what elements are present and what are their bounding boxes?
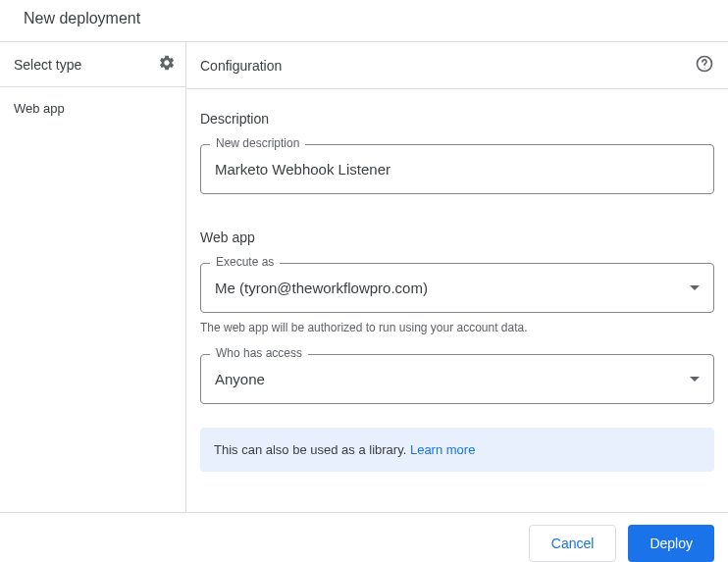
access-select[interactable]: Anyone — [200, 354, 714, 404]
execute-as-field: Execute as Me (tyron@theworkflowpro.com) — [200, 263, 714, 313]
execute-as-label: Execute as — [210, 255, 280, 269]
info-banner: This can also be used as a library. Lear… — [200, 428, 714, 472]
main-header: Configuration — [186, 42, 728, 89]
sidebar: Select type Web app — [0, 42, 186, 512]
learn-more-link[interactable]: Learn more — [410, 442, 475, 457]
access-field: Who has access Anyone — [200, 354, 714, 404]
description-input[interactable] — [200, 144, 714, 194]
dialog-footer: Cancel Deploy — [0, 513, 728, 562]
access-value: Anyone — [215, 371, 265, 387]
chevron-down-icon — [690, 377, 700, 382]
cancel-button[interactable]: Cancel — [529, 525, 617, 562]
execute-as-helper: The web app will be authorized to run us… — [200, 321, 714, 334]
gear-icon[interactable] — [158, 54, 176, 75]
deploy-button[interactable]: Deploy — [628, 525, 714, 562]
description-field-label: New description — [210, 136, 305, 150]
sidebar-header: Select type — [0, 42, 185, 87]
description-section-label: Description — [200, 111, 714, 127]
webapp-section-label: Web app — [200, 230, 714, 245]
sidebar-item-label: Web app — [14, 101, 65, 116]
sidebar-item-web-app[interactable]: Web app — [0, 87, 185, 129]
main-panel: Configuration Description New descriptio… — [186, 42, 728, 512]
main-header-label: Configuration — [200, 58, 282, 74]
info-text: This can also be used as a library. — [214, 442, 410, 457]
config-body: Description New description Web app Exec… — [186, 89, 728, 512]
description-field: New description — [200, 144, 714, 194]
content-wrapper: Select type Web app Configuration D — [0, 41, 728, 513]
svg-point-1 — [704, 68, 705, 69]
dialog-title: New deployment — [0, 0, 728, 41]
chevron-down-icon — [690, 285, 700, 290]
help-icon[interactable] — [695, 54, 714, 77]
sidebar-header-label: Select type — [14, 57, 81, 73]
execute-as-value: Me (tyron@theworkflowpro.com) — [215, 280, 428, 296]
execute-as-select[interactable]: Me (tyron@theworkflowpro.com) — [200, 263, 714, 313]
access-label: Who has access — [210, 346, 308, 360]
